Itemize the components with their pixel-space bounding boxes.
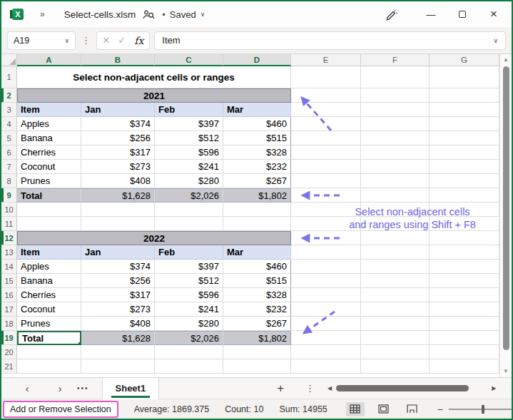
cell-F20[interactable] bbox=[361, 345, 430, 359]
cell-B7[interactable]: $273 bbox=[81, 160, 155, 174]
quick-access-overflow-icon[interactable]: » bbox=[40, 9, 44, 19]
cell-F4[interactable] bbox=[361, 117, 430, 131]
cell-C5[interactable]: $512 bbox=[155, 131, 223, 145]
cell-D4[interactable]: $460 bbox=[223, 117, 291, 131]
cell-E17[interactable] bbox=[291, 302, 361, 317]
cell-C3[interactable]: Feb bbox=[155, 103, 223, 117]
col-header-G[interactable]: G bbox=[430, 54, 499, 66]
cell-G21[interactable] bbox=[430, 359, 499, 374]
cell-A3[interactable]: Item bbox=[17, 103, 81, 117]
cell-A13[interactable]: Item bbox=[17, 245, 81, 260]
add-sheet-button[interactable]: + bbox=[277, 381, 284, 396]
cell-C19[interactable]: $2,026 bbox=[155, 331, 223, 345]
row-header-14[interactable]: 14 bbox=[1, 260, 17, 274]
scroll-right-icon[interactable]: ▶ bbox=[492, 385, 496, 391]
cell-G7[interactable] bbox=[430, 160, 499, 174]
cell-D15[interactable]: $515 bbox=[223, 274, 291, 288]
zoom-out-button[interactable]: − bbox=[437, 404, 443, 415]
row-header-15[interactable]: 15 bbox=[1, 274, 17, 288]
cell-E14[interactable] bbox=[291, 260, 361, 274]
cell-F14[interactable] bbox=[361, 260, 430, 274]
cell-E15[interactable] bbox=[291, 274, 361, 288]
cell-A7[interactable]: Coconut bbox=[17, 160, 81, 174]
cell-A12-merged-year[interactable]: 2022 bbox=[17, 231, 291, 245]
cell-F5[interactable] bbox=[361, 131, 430, 145]
cell-G18[interactable] bbox=[430, 317, 499, 331]
cell-E10[interactable] bbox=[291, 203, 361, 217]
status-count[interactable]: Count: 10 bbox=[225, 404, 263, 414]
cell-C11[interactable] bbox=[155, 217, 223, 231]
cell-A6[interactable]: Cherries bbox=[17, 145, 81, 160]
cell-F6[interactable] bbox=[361, 145, 430, 160]
cell-A8[interactable]: Prunes bbox=[17, 174, 81, 188]
page-layout-view-icon[interactable] bbox=[375, 402, 393, 416]
cell-C4[interactable]: $397 bbox=[155, 117, 223, 131]
cell-F18[interactable] bbox=[361, 317, 430, 331]
row-header-19[interactable]: 19 bbox=[1, 331, 17, 345]
page-break-preview-icon[interactable] bbox=[403, 402, 422, 416]
cell-E2[interactable] bbox=[291, 88, 361, 103]
cell-G11[interactable] bbox=[430, 217, 499, 231]
selection-mode-indicator[interactable]: Add or Remove Selection bbox=[3, 401, 118, 418]
cell-E16[interactable] bbox=[291, 288, 361, 302]
formula-bar-expand-icon[interactable]: ∨ bbox=[493, 37, 498, 44]
cell-F3[interactable] bbox=[361, 103, 430, 117]
select-all-corner[interactable] bbox=[1, 54, 17, 66]
cell-G4[interactable] bbox=[430, 117, 499, 131]
cell-B17[interactable]: $273 bbox=[81, 302, 155, 317]
cell-C21[interactable] bbox=[155, 359, 223, 374]
cell-F10[interactable] bbox=[361, 203, 430, 217]
cell-E18[interactable] bbox=[291, 317, 361, 331]
insert-function-icon[interactable]: fx bbox=[134, 35, 143, 46]
close-button[interactable]: × bbox=[483, 5, 504, 24]
cell-C16[interactable]: $596 bbox=[155, 288, 223, 302]
cell-F9[interactable] bbox=[361, 188, 430, 203]
cell-A21[interactable] bbox=[17, 359, 81, 374]
row-header-4[interactable]: 4 bbox=[1, 117, 17, 131]
scroll-up-icon[interactable]: ▲ bbox=[503, 56, 509, 63]
row-header-7[interactable]: 7 bbox=[1, 160, 17, 174]
row-header-11[interactable]: 11 bbox=[1, 217, 17, 231]
tab-sheet1[interactable]: Sheet1 bbox=[102, 378, 160, 399]
cell-D20[interactable] bbox=[223, 345, 291, 359]
cell-F7[interactable] bbox=[361, 160, 430, 174]
cell-B6[interactable]: $317 bbox=[81, 145, 155, 160]
cell-E19[interactable] bbox=[291, 331, 361, 345]
excel-logo-icon[interactable]: X bbox=[10, 8, 24, 21]
cell-E3[interactable] bbox=[291, 103, 361, 117]
cell-E20[interactable] bbox=[291, 345, 361, 359]
cell-D16[interactable]: $328 bbox=[223, 288, 291, 302]
fill-handle[interactable] bbox=[78, 342, 81, 345]
vertical-scrollbar[interactable]: ▲ ▼ bbox=[499, 54, 512, 377]
status-sum[interactable]: Sum: 14955 bbox=[279, 404, 327, 414]
cell-F1[interactable] bbox=[361, 66, 430, 88]
cell-E8[interactable] bbox=[291, 174, 361, 188]
cell-G17[interactable] bbox=[430, 302, 499, 317]
row-header-18[interactable]: 18 bbox=[1, 317, 17, 331]
formula-bar-dots-icon[interactable]: ⋮ bbox=[80, 35, 92, 46]
cell-B20[interactable] bbox=[81, 345, 155, 359]
row-header-17[interactable]: 17 bbox=[1, 302, 17, 317]
cell-C17[interactable]: $241 bbox=[155, 302, 223, 317]
cell-G8[interactable] bbox=[430, 174, 499, 188]
row-header-10[interactable]: 10 bbox=[1, 203, 17, 217]
cell-B19[interactable]: $1,628 bbox=[81, 331, 155, 345]
row-header-16[interactable]: 16 bbox=[1, 288, 17, 302]
cell-A10[interactable] bbox=[17, 203, 81, 217]
row-header-8[interactable]: 8 bbox=[1, 174, 17, 188]
cell-C9[interactable]: $2,026 bbox=[155, 188, 223, 203]
cell-D10[interactable] bbox=[223, 203, 291, 217]
cell-D19[interactable]: $1,802 bbox=[223, 331, 291, 345]
cell-C13[interactable]: Feb bbox=[155, 245, 223, 260]
cell-G10[interactable] bbox=[430, 203, 499, 217]
cell-G9[interactable] bbox=[430, 188, 499, 203]
row-header-2[interactable]: 2 bbox=[1, 88, 17, 103]
cell-A9[interactable]: Total bbox=[17, 188, 81, 203]
formula-input[interactable]: Item ∨ bbox=[154, 31, 506, 50]
cell-G2[interactable] bbox=[430, 88, 499, 103]
cell-G20[interactable] bbox=[430, 345, 499, 359]
cell-D18[interactable]: $267 bbox=[223, 317, 291, 331]
cancel-icon[interactable]: × bbox=[103, 34, 109, 47]
col-header-D[interactable]: D bbox=[223, 54, 291, 66]
horizontal-scrollbar[interactable]: ◀ ▶ bbox=[327, 384, 496, 392]
